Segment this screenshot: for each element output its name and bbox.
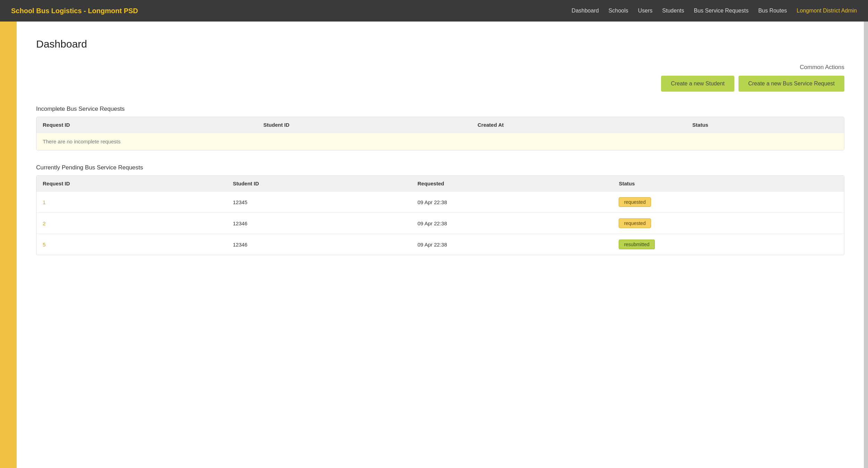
cell-requested: 09 Apr 22:38 — [411, 213, 612, 234]
nav-links: Dashboard Schools Users Students Bus Ser… — [571, 8, 857, 14]
table-row: 2 12346 09 Apr 22:38 requested — [36, 213, 844, 234]
cell-student-id: 12346 — [227, 213, 411, 234]
cell-request-id[interactable]: 1 — [36, 192, 227, 213]
cell-requested: 09 Apr 22:38 — [411, 192, 612, 213]
actions-buttons: Create a new Student Create a new Bus Se… — [661, 76, 844, 92]
incomplete-table-body: There are no incomplete requests — [36, 133, 844, 150]
incomplete-table-header: Request ID Student ID Created At Status — [36, 117, 844, 133]
cell-requested: 09 Apr 22:38 — [411, 234, 612, 255]
common-actions-section: Common Actions Create a new Student Crea… — [36, 64, 844, 92]
pending-col-requested: Requested — [411, 176, 612, 192]
page-title: Dashboard — [36, 38, 844, 50]
status-badge: requested — [619, 197, 651, 207]
nav-dashboard[interactable]: Dashboard — [571, 8, 599, 14]
pending-table-container: Request ID Student ID Requested Status 1… — [36, 175, 844, 255]
pending-col-student-id: Student ID — [227, 176, 411, 192]
incomplete-empty-row: There are no incomplete requests — [36, 133, 844, 150]
brand-title: School Bus Logistics - Longmont PSD — [11, 7, 138, 15]
incomplete-col-status: Status — [686, 117, 844, 133]
incomplete-table: Request ID Student ID Created At Status … — [36, 117, 844, 150]
page-wrapper: Dashboard Common Actions Create a new St… — [0, 22, 868, 468]
pending-table-body: 1 12345 09 Apr 22:38 requested 2 12346 0… — [36, 192, 844, 255]
request-id-link[interactable]: 1 — [43, 199, 45, 205]
scrollbar[interactable] — [864, 22, 868, 468]
pending-table-header: Request ID Student ID Requested Status — [36, 176, 844, 192]
create-bus-request-button[interactable]: Create a new Bus Service Request — [738, 76, 844, 92]
pending-section-title: Currently Pending Bus Service Requests — [36, 164, 844, 171]
cell-request-id[interactable]: 2 — [36, 213, 227, 234]
pending-col-status: Status — [612, 176, 844, 192]
cell-request-id[interactable]: 5 — [36, 234, 227, 255]
incomplete-empty-message: There are no incomplete requests — [36, 133, 844, 150]
pending-table: Request ID Student ID Requested Status 1… — [36, 176, 844, 255]
pending-section: Currently Pending Bus Service Requests R… — [36, 164, 844, 255]
pending-col-request-id: Request ID — [36, 176, 227, 192]
nav-user-admin[interactable]: Longmont District Admin — [797, 8, 857, 14]
common-actions-label: Common Actions — [800, 64, 845, 71]
incomplete-col-created-at: Created At — [471, 117, 686, 133]
nav-bus-service-requests[interactable]: Bus Service Requests — [694, 8, 748, 14]
request-id-link[interactable]: 2 — [43, 220, 45, 226]
status-badge: resubmitted — [619, 240, 654, 249]
create-student-button[interactable]: Create a new Student — [661, 76, 734, 92]
nav-bus-routes[interactable]: Bus Routes — [758, 8, 787, 14]
nav-users[interactable]: Users — [638, 8, 653, 14]
main-content: Dashboard Common Actions Create a new St… — [17, 22, 864, 468]
navbar: School Bus Logistics - Longmont PSD Dash… — [0, 0, 868, 22]
incomplete-table-container: Request ID Student ID Created At Status … — [36, 117, 844, 150]
cell-status: requested — [612, 213, 844, 234]
incomplete-col-request-id: Request ID — [36, 117, 257, 133]
table-row: 5 12346 09 Apr 22:38 resubmitted — [36, 234, 844, 255]
table-row: 1 12345 09 Apr 22:38 requested — [36, 192, 844, 213]
sidebar — [0, 22, 17, 468]
nav-schools[interactable]: Schools — [609, 8, 628, 14]
cell-student-id: 12345 — [227, 192, 411, 213]
status-badge: requested — [619, 218, 651, 228]
cell-student-id: 12346 — [227, 234, 411, 255]
incomplete-col-student-id: Student ID — [257, 117, 471, 133]
incomplete-section: Incomplete Bus Service Requests Request … — [36, 106, 844, 150]
request-id-link[interactable]: 5 — [43, 242, 45, 248]
cell-status: requested — [612, 192, 844, 213]
incomplete-section-title: Incomplete Bus Service Requests — [36, 106, 844, 112]
cell-status: resubmitted — [612, 234, 844, 255]
nav-students[interactable]: Students — [662, 8, 684, 14]
